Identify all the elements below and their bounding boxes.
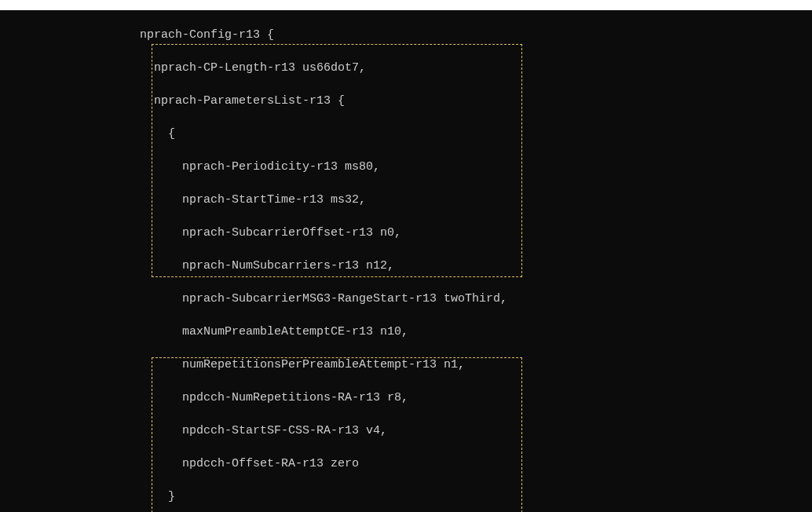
code-line: nprach-StartTime-r13 ms32, xyxy=(182,193,366,207)
code-line: nprach-NumSubcarriers-r13 n12, xyxy=(182,259,394,272)
code-line: nprach-SubcarrierMSG3-RangeStart-r13 two… xyxy=(182,292,507,305)
code-line: nprach-Config-r13 { xyxy=(140,28,274,42)
code-line: npdcch-StartSF-CSS-RA-r13 v4, xyxy=(182,424,387,437)
code-line: nprach-ParametersList-r13 { xyxy=(154,94,345,108)
code-line: npdcch-Offset-RA-r13 zero xyxy=(182,457,359,470)
code-line: numRepetitionsPerPreambleAttempt-r13 n1, xyxy=(182,358,465,371)
code-line: } xyxy=(168,490,175,503)
code-line: npdcch-NumRepetitions-RA-r13 r8, xyxy=(182,391,408,404)
code-terminal: nprach-Config-r13 { nprach-CP-Length-r13… xyxy=(0,10,812,512)
code-line: nprach-SubcarrierOffset-r13 n0, xyxy=(182,226,401,240)
code-line: nprach-CP-Length-r13 us66dot7, xyxy=(154,61,366,75)
code-line: maxNumPreambleAttemptCE-r13 n10, xyxy=(182,325,408,338)
code-line: { xyxy=(168,127,175,141)
code-line: nprach-Periodicity-r13 ms80, xyxy=(182,160,380,174)
config-code-block: nprach-Config-r13 { nprach-CP-Length-r13… xyxy=(0,10,812,512)
